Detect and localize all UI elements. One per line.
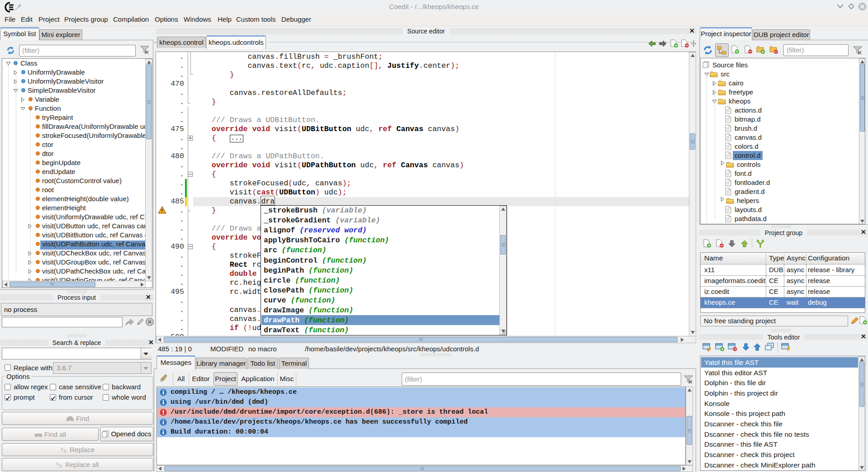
svg-text:a: a (61, 447, 63, 451)
svg-text:b: b (60, 464, 62, 468)
svg-text:a: a (56, 462, 58, 466)
svg-text:b: b (64, 449, 66, 453)
